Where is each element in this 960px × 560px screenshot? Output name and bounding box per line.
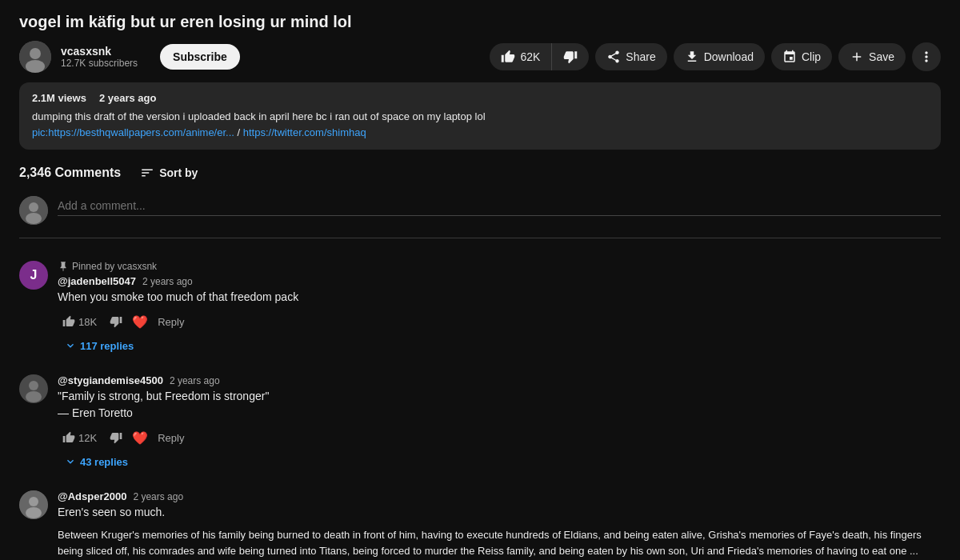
share-icon xyxy=(606,50,621,64)
comment-text: "Family is strong, but Freedom is strong… xyxy=(58,388,941,422)
comment-header: @jadenbell5047 2 years ago xyxy=(58,275,941,287)
comment-reply-button[interactable]: Reply xyxy=(153,429,189,447)
svg-point-8 xyxy=(26,391,42,402)
pinned-label: Pinned by vcasxsnk xyxy=(72,261,157,272)
pinned-badge: Pinned by vcasxsnk xyxy=(58,261,941,272)
comment-item: J Pinned by vcasxsnk @jadenbell5047 2 ye… xyxy=(19,261,941,355)
svg-point-1 xyxy=(30,48,41,59)
svg-point-11 xyxy=(26,507,42,518)
channel-row: vcasxsnk 12.7K subscribers Subscribe 62K xyxy=(19,41,941,73)
like-count: 62K xyxy=(520,50,540,63)
thumbs-up-icon xyxy=(501,50,515,64)
description-text: dumping this draft of the version i uplo… xyxy=(32,109,928,140)
channel-name[interactable]: vcasxsnk xyxy=(61,45,138,58)
comment-like-button[interactable]: 12K xyxy=(58,428,102,447)
thumbs-down-icon xyxy=(563,50,578,64)
share-button[interactable]: Share xyxy=(595,43,666,70)
comments-count: 2,346 Comments xyxy=(19,166,121,180)
comment-avatar: J xyxy=(19,261,48,290)
description-meta: 2.1M views 2 years ago xyxy=(32,92,928,104)
subscribe-button[interactable]: Subscribe xyxy=(160,44,240,70)
like-icon xyxy=(62,431,75,444)
action-buttons: 62K Share Download xyxy=(490,42,941,71)
share-label: Share xyxy=(626,50,655,63)
clip-icon xyxy=(782,50,797,64)
comment-actions: 12K ❤️ Reply xyxy=(58,428,941,447)
comment-time: 2 years ago xyxy=(142,276,193,287)
video-title: vogel im käfig but ur eren losing ur min… xyxy=(19,13,941,31)
comment-like-button[interactable]: 18K xyxy=(58,312,102,331)
dislike-icon xyxy=(110,315,122,328)
save-label: Save xyxy=(869,50,894,63)
replies-toggle-button[interactable]: 43 replies xyxy=(58,452,134,471)
like-icon xyxy=(62,315,75,328)
comment-username[interactable]: @Adsper2000 xyxy=(58,490,126,502)
comment-reply-button[interactable]: Reply xyxy=(153,313,189,331)
comment-username[interactable]: @stygiandemise4500 xyxy=(58,374,163,386)
comment-text: When you smoke too much of that freedom … xyxy=(58,289,941,306)
comment-like-count: 12K xyxy=(78,432,97,444)
more-options-button[interactable] xyxy=(912,42,941,71)
clip-button[interactable]: Clip xyxy=(771,43,832,70)
channel-avatar[interactable] xyxy=(19,41,51,73)
save-icon xyxy=(850,50,864,64)
svg-point-4 xyxy=(29,202,38,212)
svg-point-10 xyxy=(29,497,38,506)
chevron-down-icon xyxy=(64,455,77,468)
description-link2[interactable]: https://twitter.com/shimhaq xyxy=(243,126,366,138)
emoji-reaction: ❤️ xyxy=(130,428,150,447)
current-user-avatar xyxy=(19,196,48,225)
description-box: 2.1M views 2 years ago dumping this draf… xyxy=(19,82,941,150)
upload-time: 2 years ago xyxy=(99,92,157,104)
comment-body: @Adsper2000 2 years ago Eren's seen so m… xyxy=(58,490,941,560)
comment-dislike-button[interactable] xyxy=(105,428,127,447)
description-link1[interactable]: pic:https://besthqwallpapers.com/anime/e… xyxy=(32,126,234,138)
dislike-icon xyxy=(110,431,122,444)
sort-icon xyxy=(140,166,154,180)
view-count: 2.1M views xyxy=(32,92,86,104)
sort-by-label: Sort by xyxy=(159,166,198,179)
comment-item: @Adsper2000 2 years ago Eren's seen so m… xyxy=(19,490,941,560)
chevron-down-icon xyxy=(64,339,77,352)
comment-username[interactable]: @jadenbell5047 xyxy=(58,275,136,287)
svg-point-2 xyxy=(26,60,45,73)
download-label: Download xyxy=(704,50,754,63)
like-button[interactable]: 62K xyxy=(490,43,552,70)
svg-point-5 xyxy=(26,213,42,224)
more-vert-icon xyxy=(918,49,934,65)
comment-time: 2 years ago xyxy=(133,491,183,502)
like-dislike-group: 62K xyxy=(490,43,589,70)
comment-long-text: Between Kruger's memories of his family … xyxy=(58,527,941,558)
pin-icon xyxy=(58,261,69,272)
svg-point-7 xyxy=(29,381,38,390)
comment-item: @stygiandemise4500 2 years ago "Family i… xyxy=(19,374,941,471)
comment-text: Eren's seen so much. xyxy=(58,504,941,521)
emoji-reaction: ❤️ xyxy=(130,312,150,331)
comment-header: @Adsper2000 2 years ago xyxy=(58,490,941,502)
comment-avatar xyxy=(19,490,48,519)
replies-toggle-button[interactable]: 117 replies xyxy=(58,336,140,355)
comment-like-count: 18K xyxy=(78,316,97,328)
clip-label: Clip xyxy=(802,50,821,63)
comment-header: @stygiandemise4500 2 years ago xyxy=(58,374,941,386)
download-button[interactable]: Download xyxy=(674,43,765,70)
comment-dislike-button[interactable] xyxy=(105,312,127,331)
comment-avatar xyxy=(19,374,48,403)
channel-subscribers: 12.7K subscribers xyxy=(61,58,138,69)
comment-input[interactable] xyxy=(58,196,941,216)
sort-by-button[interactable]: Sort by xyxy=(140,166,198,180)
channel-left: vcasxsnk 12.7K subscribers Subscribe xyxy=(19,41,240,73)
save-button[interactable]: Save xyxy=(838,43,906,70)
comment-body: Pinned by vcasxsnk @jadenbell5047 2 year… xyxy=(58,261,941,355)
comment-body: @stygiandemise4500 2 years ago "Family i… xyxy=(58,374,941,471)
comment-actions: 18K ❤️ Reply xyxy=(58,312,941,331)
download-icon xyxy=(685,50,699,64)
add-comment-row xyxy=(19,196,941,238)
comment-time: 2 years ago xyxy=(170,375,220,386)
dislike-button[interactable] xyxy=(552,43,589,70)
channel-info: vcasxsnk 12.7K subscribers xyxy=(61,45,138,69)
comments-header: 2,346 Comments Sort by xyxy=(19,166,941,180)
